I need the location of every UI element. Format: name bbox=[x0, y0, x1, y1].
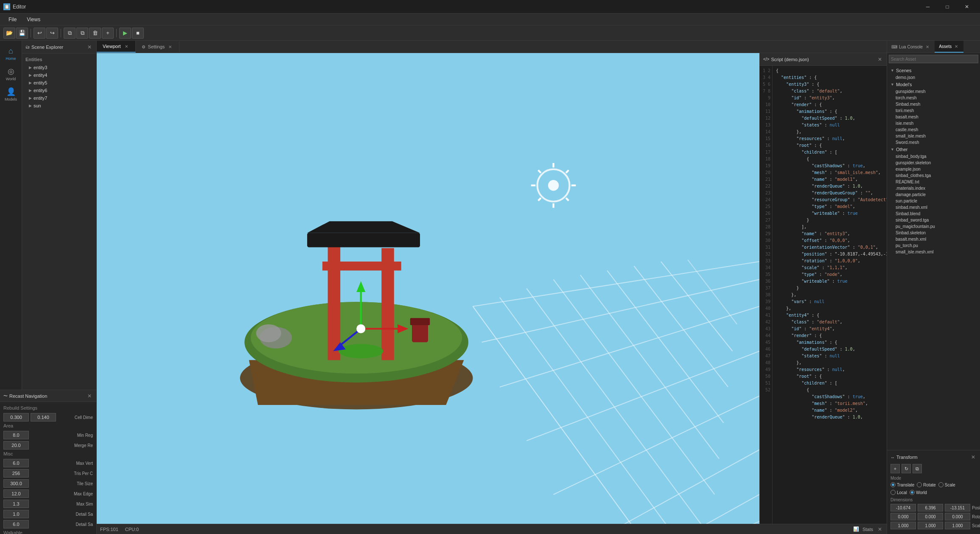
cell-dim-input1[interactable] bbox=[3, 413, 29, 422]
other-item[interactable]: example.json bbox=[887, 166, 980, 172]
lua-console-close[interactable]: ✕ bbox=[924, 44, 930, 50]
cell-dim-input2[interactable] bbox=[31, 413, 56, 422]
model-item[interactable]: Sword.mesh bbox=[887, 139, 980, 146]
models-icon-btn[interactable]: 👤 Models bbox=[2, 85, 20, 104]
model-item[interactable]: basalt.mesh bbox=[887, 114, 980, 120]
menu-views[interactable]: Views bbox=[22, 15, 45, 24]
tab-viewport-close[interactable]: ✕ bbox=[123, 43, 129, 49]
other-item[interactable]: basalt.mesh.xml bbox=[887, 236, 980, 242]
tree-item-entity5[interactable]: ▶ entity5 bbox=[22, 79, 96, 87]
other-item[interactable]: small_isle.mesh.xml bbox=[887, 249, 980, 255]
scale-radio[interactable]: Scale bbox=[938, 482, 955, 487]
scl-x-input[interactable] bbox=[890, 522, 916, 529]
local-radio[interactable]: Local bbox=[890, 490, 907, 495]
tree-item-entity4[interactable]: ▶ entity4 bbox=[22, 71, 96, 79]
max-vert-input[interactable] bbox=[3, 459, 29, 467]
detail-sa2-input[interactable] bbox=[3, 520, 29, 528]
other-item[interactable]: sun.particle bbox=[887, 198, 980, 204]
rot-z-input[interactable] bbox=[945, 513, 970, 520]
other-item[interactable]: pu_torch.pu bbox=[887, 242, 980, 249]
tab-viewport[interactable]: Viewport ✕ bbox=[97, 41, 136, 53]
scene-explorer-close[interactable]: ✕ bbox=[86, 44, 93, 51]
models-icon: 👤 bbox=[6, 87, 16, 96]
max-sim-input[interactable] bbox=[3, 500, 29, 508]
pos-z-input[interactable] bbox=[945, 504, 970, 512]
scenes-header[interactable]: ▼ Scenes bbox=[887, 67, 980, 74]
tris-per-input[interactable] bbox=[3, 469, 29, 478]
minimize-button[interactable]: ─ bbox=[918, 0, 938, 14]
model-item[interactable]: castle.mesh bbox=[887, 126, 980, 133]
other-item[interactable]: sinbad_clothes.tga bbox=[887, 172, 980, 179]
other-item[interactable]: sinbad.mesh.xml bbox=[887, 204, 980, 211]
transform-add-btn[interactable]: + bbox=[890, 464, 900, 473]
rot-y-input[interactable] bbox=[918, 513, 943, 520]
menu-file[interactable]: File bbox=[3, 15, 22, 24]
pos-y-input[interactable] bbox=[918, 504, 943, 512]
tab-settings-close[interactable]: ✕ bbox=[167, 44, 173, 50]
tree-item-sun[interactable]: ▶ sun bbox=[22, 102, 96, 110]
tab-settings[interactable]: ⚙ Settings ✕ bbox=[136, 41, 180, 52]
paste-btn[interactable]: ⧉ bbox=[76, 28, 88, 39]
rotate-radio[interactable]: Rotate bbox=[917, 482, 935, 487]
add-btn[interactable]: + bbox=[102, 28, 114, 39]
tris-per-row: Tris Per C bbox=[3, 469, 93, 478]
tab-lua-console[interactable]: ⌨ Lua Console ✕ bbox=[887, 41, 935, 53]
undo-btn[interactable]: ↩ bbox=[34, 28, 45, 39]
tree-item-entity7[interactable]: ▶ entity7 bbox=[22, 94, 96, 102]
home-icon-btn[interactable]: ⌂ Home bbox=[2, 44, 20, 63]
open-file-btn[interactable]: 📂 bbox=[3, 28, 15, 39]
save-btn[interactable]: 💾 bbox=[16, 28, 28, 39]
scl-y-input[interactable] bbox=[918, 522, 943, 529]
delete-btn[interactable]: 🗑 bbox=[89, 28, 101, 39]
search-assets-input[interactable] bbox=[889, 55, 978, 63]
assets-close[interactable]: ✕ bbox=[953, 43, 959, 49]
close-button[interactable]: ✕ bbox=[957, 0, 977, 14]
rot-x-input[interactable] bbox=[890, 513, 916, 520]
script-panel-close[interactable]: ✕ bbox=[876, 56, 883, 63]
copy-btn[interactable]: ⧉ bbox=[64, 28, 76, 39]
model-item[interactable]: Sinbad.mesh bbox=[887, 101, 980, 107]
viewport[interactable] bbox=[97, 53, 759, 524]
code-area[interactable]: 1 2 3 4 5 6 7 8 9 10 11 12 13 14 15 16 1… bbox=[760, 66, 887, 524]
model-item[interactable]: isie.mesh bbox=[887, 120, 980, 126]
other-item[interactable]: gunspider.skeleton bbox=[887, 160, 980, 166]
transform-copy2-btn[interactable]: ⧉ bbox=[913, 464, 922, 473]
translate-radio[interactable]: Translate bbox=[890, 482, 914, 487]
detail-sa1-input[interactable] bbox=[3, 510, 29, 518]
model-item[interactable]: gunspider.mesh bbox=[887, 88, 980, 95]
maximize-button[interactable]: □ bbox=[938, 0, 957, 14]
max-edge-input[interactable] bbox=[3, 489, 29, 498]
other-item[interactable]: Sinbad.blend bbox=[887, 211, 980, 217]
world-radio[interactable]: World bbox=[910, 490, 927, 495]
other-item[interactable]: pu_magicfountain.pu bbox=[887, 223, 980, 230]
tab-assets[interactable]: Assets ✕ bbox=[935, 41, 963, 53]
other-item[interactable]: Sinbad.skeleton bbox=[887, 230, 980, 236]
other-item[interactable]: .materials.index bbox=[887, 185, 980, 191]
other-item[interactable]: sinbad_body.tga bbox=[887, 153, 980, 160]
model-item[interactable]: torch.mesh bbox=[887, 95, 980, 101]
other-item[interactable]: README.txt bbox=[887, 179, 980, 185]
tree-item-entity6[interactable]: ▶ entity6 bbox=[22, 87, 96, 94]
pos-x-input[interactable] bbox=[890, 504, 916, 512]
tree-item-entity3[interactable]: ▶ entity3 bbox=[22, 64, 96, 71]
other-item[interactable]: sinbad_sword.tga bbox=[887, 217, 980, 223]
transform-refresh-btn[interactable]: ↻ bbox=[902, 464, 911, 473]
stats-close[interactable]: ✕ bbox=[876, 526, 883, 533]
world-icon-btn[interactable]: ◎ World bbox=[2, 65, 20, 83]
tile-size-input[interactable] bbox=[3, 479, 29, 488]
model-item[interactable]: torii.mesh bbox=[887, 107, 980, 114]
code-content[interactable]: { "entities" : { "entity3" : { "class" :… bbox=[773, 66, 887, 524]
model-item[interactable]: small_isle.mesh bbox=[887, 133, 980, 139]
merge-reg-input[interactable] bbox=[3, 441, 29, 450]
redo-btn[interactable]: ↪ bbox=[46, 28, 58, 39]
transform-close[interactable]: ✕ bbox=[970, 454, 977, 461]
play-btn[interactable]: ▶ bbox=[119, 28, 131, 39]
other-item[interactable]: damage.particle bbox=[887, 191, 980, 198]
scene-item-demo[interactable]: demo.json bbox=[887, 74, 980, 81]
scl-z-input[interactable] bbox=[945, 522, 970, 529]
stop-btn[interactable]: ■ bbox=[132, 28, 144, 39]
models-header[interactable]: ▼ Model's bbox=[887, 81, 980, 88]
other-header[interactable]: ▼ Other bbox=[887, 146, 980, 153]
recast-navigation-close[interactable]: ✕ bbox=[86, 393, 93, 399]
min-reg-input[interactable] bbox=[3, 431, 29, 439]
